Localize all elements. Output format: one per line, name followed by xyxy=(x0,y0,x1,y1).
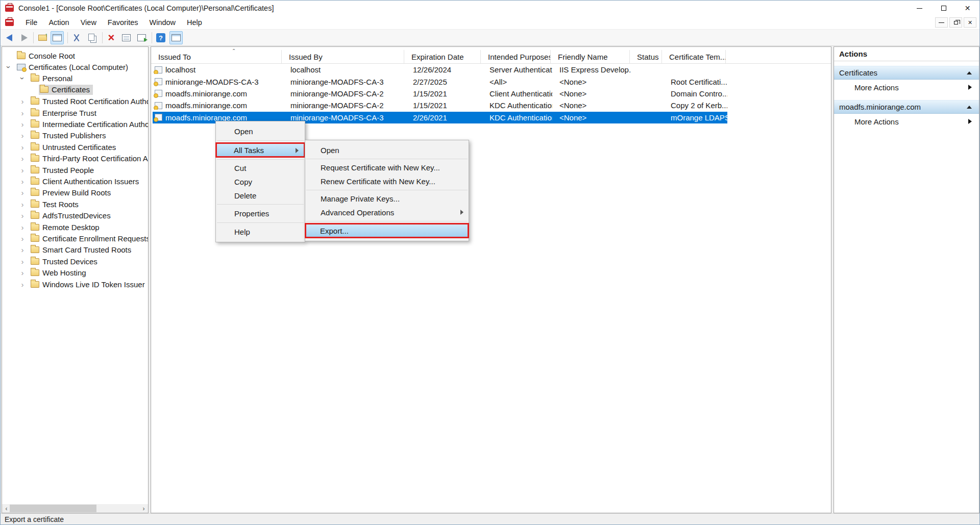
tree-item-intermediate-certification-authorities[interactable]: ›Intermediate Certification Autho xyxy=(2,118,148,130)
tree-horizontal-scrollbar[interactable]: ‹ › xyxy=(2,504,148,513)
tree-item-trusted-people[interactable]: ›Trusted People xyxy=(2,164,148,176)
table-row[interactable]: miniorange-MOADFS-CA-3 miniorange-MOADFS… xyxy=(153,76,727,87)
help-button[interactable]: ? xyxy=(154,31,167,44)
properties-button[interactable] xyxy=(119,31,133,44)
table-row[interactable]: moadfs.miniorange.com miniorange-MOADFS-… xyxy=(153,99,727,111)
chevron-right-icon[interactable]: › xyxy=(18,280,27,289)
submenu-advanced-operations[interactable]: Advanced Operations xyxy=(305,206,469,219)
close-button[interactable]: ✕ xyxy=(955,1,979,16)
tree-item-remote-desktop[interactable]: ›Remote Desktop xyxy=(2,221,148,233)
more-actions-moadfs[interactable]: More Actions xyxy=(834,114,979,130)
context-menu-delete[interactable]: Delete xyxy=(216,189,305,203)
chevron-right-icon[interactable]: › xyxy=(18,188,27,197)
chevron-right-icon[interactable]: › xyxy=(18,211,27,220)
mdi-minimize-button[interactable] xyxy=(935,17,948,28)
tree-item-trusted-root-certification-authorities[interactable]: ›Trusted Root Certification Autho xyxy=(2,96,148,107)
certificate-store-icon xyxy=(17,64,26,70)
minimize-button[interactable] xyxy=(908,1,932,16)
chevron-right-icon[interactable]: › xyxy=(18,143,27,152)
tree-item-test-roots[interactable]: ›Test Roots xyxy=(2,198,148,210)
tree-item-trusted-publishers[interactable]: ›Trusted Publishers xyxy=(2,130,148,141)
actions-section-certificates[interactable]: Certificates xyxy=(834,66,979,80)
chevron-down-icon[interactable]: › xyxy=(18,74,27,83)
column-header-friendly-name[interactable]: Friendly Name xyxy=(551,50,630,63)
more-actions-certificates[interactable]: More Actions xyxy=(834,80,979,95)
cut-icon xyxy=(72,34,81,42)
chevron-right-icon[interactable]: › xyxy=(18,177,27,186)
chevron-right-icon[interactable]: › xyxy=(18,200,27,209)
tree-item-client-authentication-issuers[interactable]: ›Client Authentication Issuers xyxy=(2,176,148,187)
chevron-down-icon[interactable]: › xyxy=(5,63,13,71)
column-header-status[interactable]: Status xyxy=(630,50,662,63)
column-header-intended-purposes[interactable]: Intended Purposes xyxy=(481,50,551,63)
mdi-close-button[interactable]: ✕ xyxy=(964,17,976,28)
cut-button[interactable] xyxy=(70,31,83,44)
chevron-right-icon[interactable]: › xyxy=(18,131,27,140)
show-hide-console-tree-button[interactable] xyxy=(51,31,64,44)
menu-view[interactable]: View xyxy=(75,16,102,29)
scroll-right-icon[interactable]: › xyxy=(139,504,148,513)
menu-file[interactable]: File xyxy=(20,16,43,29)
collapse-icon[interactable] xyxy=(967,106,972,109)
tree-item-adfstrusteddevices[interactable]: ›AdfsTrustedDevices xyxy=(2,210,148,221)
tree-item-certificates-local-computer[interactable]: ›Certificates (Local Computer) xyxy=(2,61,148,72)
context-menu-properties[interactable]: Properties xyxy=(216,206,305,221)
chevron-right-icon[interactable]: › xyxy=(18,257,27,266)
copy-button[interactable] xyxy=(85,31,99,44)
actions-section-moadfs[interactable]: moadfs.miniorange.com xyxy=(834,100,979,114)
up-one-level-button[interactable] xyxy=(36,31,49,44)
context-menu-open[interactable]: Open xyxy=(216,124,305,139)
tree-item-trusted-devices[interactable]: ›Trusted Devices xyxy=(2,256,148,267)
context-menu-cut[interactable]: Cut xyxy=(216,161,305,175)
submenu-open[interactable]: Open xyxy=(305,143,469,157)
show-hide-action-pane-button[interactable] xyxy=(169,31,183,44)
chevron-right-icon[interactable]: › xyxy=(18,120,27,129)
table-row[interactable]: moadfs.miniorange.com miniorange-MOADFS-… xyxy=(153,88,727,99)
column-header-certificate-template[interactable]: Certificate Tem... xyxy=(662,50,726,63)
chevron-right-icon[interactable]: › xyxy=(18,166,27,174)
tree-item-personal[interactable]: ›Personal xyxy=(2,73,148,84)
menu-help[interactable]: Help xyxy=(181,16,208,29)
submenu-manage-private-keys[interactable]: Manage Private Keys... xyxy=(305,192,469,206)
context-menu-help[interactable]: Help xyxy=(216,224,305,239)
tree-item-console-root[interactable]: ›Console Root xyxy=(2,50,148,61)
collapse-icon[interactable] xyxy=(967,71,972,74)
table-row[interactable]: localhost localhost 12/26/2024 Server Au… xyxy=(153,64,727,76)
mdi-restore-button[interactable] xyxy=(949,17,962,28)
chevron-right-icon[interactable]: › xyxy=(18,97,27,106)
delete-button[interactable]: × xyxy=(105,31,118,44)
submenu-export[interactable]: Export... xyxy=(306,224,468,237)
tree-item-third-party-root-certification-authorities[interactable]: ›Third-Party Root Certification Au xyxy=(2,153,148,164)
properties-icon xyxy=(122,34,131,41)
tree-item-web-hosting[interactable]: ›Web Hosting xyxy=(2,267,148,278)
folder-icon xyxy=(31,121,39,128)
scrollbar-thumb[interactable] xyxy=(10,505,96,512)
tree-item-smart-card-trusted-roots[interactable]: ›Smart Card Trusted Roots xyxy=(2,244,148,256)
chevron-right-icon[interactable]: › xyxy=(18,268,27,277)
back-button[interactable] xyxy=(3,31,16,44)
menu-favorites[interactable]: Favorites xyxy=(102,16,144,29)
column-header-expiration-date[interactable]: Expiration Date xyxy=(404,50,481,63)
context-menu-all-tasks[interactable]: All Tasks xyxy=(217,144,304,156)
tree-item-preview-build-roots[interactable]: ›Preview Build Roots xyxy=(2,187,148,198)
export-list-button[interactable] xyxy=(135,31,148,44)
menu-action[interactable]: Action xyxy=(43,16,75,29)
chevron-right-icon[interactable]: › xyxy=(18,109,27,117)
chevron-right-icon[interactable]: › xyxy=(18,234,27,243)
tree-item-windows-live-id-token-issuer[interactable]: ›Windows Live ID Token Issuer xyxy=(2,279,148,290)
context-menu-copy[interactable]: Copy xyxy=(216,175,305,189)
tree-item-untrusted-certificates[interactable]: ›Untrusted Certificates xyxy=(2,141,148,153)
chevron-right-icon[interactable]: › xyxy=(18,154,27,163)
tree-item-enterprise-trust[interactable]: ›Enterprise Trust xyxy=(2,107,148,118)
tree-item-certificates[interactable]: ›Certificates xyxy=(2,84,148,95)
submenu-request-certificate[interactable]: Request Certificate with New Key... xyxy=(305,161,469,174)
maximize-button[interactable] xyxy=(932,1,955,16)
submenu-renew-certificate[interactable]: Renew Certificate with New Key... xyxy=(305,174,469,188)
chevron-right-icon[interactable]: › xyxy=(18,223,27,232)
column-header-issued-by[interactable]: Issued By xyxy=(282,50,404,63)
column-header-issued-to[interactable]: Issued To xyxy=(151,50,282,63)
forward-button[interactable] xyxy=(18,31,31,44)
chevron-right-icon[interactable]: › xyxy=(18,245,27,254)
menu-window[interactable]: Window xyxy=(144,16,182,29)
tree-item-certificate-enrollment-requests[interactable]: ›Certificate Enrollment Requests xyxy=(2,233,148,244)
